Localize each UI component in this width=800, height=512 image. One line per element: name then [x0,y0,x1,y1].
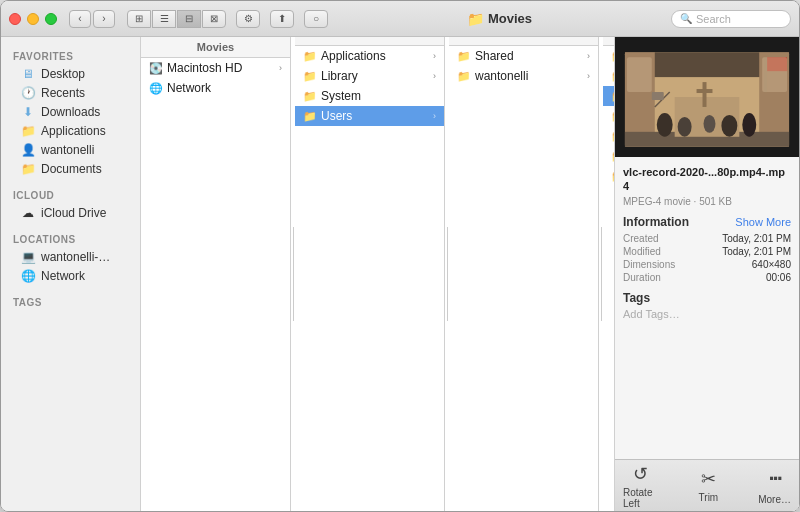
info-row-created: Created Today, 2:01 PM [623,233,791,244]
share-button[interactable]: ⬆ [270,10,294,28]
folder-icon: 📁 [457,69,471,83]
sidebar-item-label: Applications [41,124,124,138]
show-more-button[interactable]: Show More [735,216,791,228]
sidebar-item-icloud[interactable]: ☁ iCloud Drive [5,204,136,222]
title-folder-icon: 📁 [467,11,484,27]
column-4: 📁 Applications › 📁 Downloads › 📁 Movies … [603,37,614,511]
add-tags-input[interactable]: Add Tags… [623,308,791,320]
column-3: 📁 Shared › 📁 wantonelli › [449,37,599,511]
rotate-left-button[interactable]: ↺ Rotate Left [615,459,667,512]
computer-icon: 💻 [21,250,35,264]
finder-item-applications2[interactable]: 📁 Applications › [603,46,614,66]
finder-item-downloads2[interactable]: 📁 Downloads › [603,66,614,86]
col1-header: Movies [141,37,290,58]
finder-item-movies-folder[interactable]: 📁 Movies › [603,86,614,106]
finder-item-system[interactable]: 📁 System [295,86,444,106]
view-icons-button[interactable]: ⊞ [127,10,151,28]
sidebar-item-wantonelli[interactable]: 👤 wantonelli [5,141,136,159]
folder-icon: 📁 [303,49,317,63]
item-label: Macintosh HD [167,61,275,75]
rotate-left-label: Rotate Left [623,487,659,509]
created-value: Today, 2:01 PM [722,233,791,244]
view-list-button[interactable]: ☰ [152,10,176,28]
network-item-icon: 🌐 [149,81,163,95]
sidebar-item-label: Desktop [41,67,124,81]
back-button[interactable]: ‹ [69,10,91,28]
resize-handle-3[interactable] [599,37,603,511]
finder-item-applications[interactable]: 📁 Applications › [295,46,444,66]
close-button[interactable] [9,13,21,25]
action-button[interactable]: ⚙ [236,10,260,28]
finder-item-network[interactable]: 🌐 Network [141,78,290,98]
folder-icon: 📁 [457,49,471,63]
finder-item-users[interactable]: 📁 Users › [295,106,444,126]
finder-item-shared[interactable]: 📁 Shared › [449,46,598,66]
column-2: 📁 Applications › 📁 Library › 📁 System 📁 … [295,37,445,511]
sidebar-favorites-header: Favorites [1,45,140,64]
preview-filename: vlc-record-2020-...80p.mp4-.mp4 [623,165,791,194]
file-type: MPEG-4 movie [623,196,691,207]
item-label: Network [167,81,282,95]
search-box[interactable]: 🔍 Search [671,10,791,28]
sidebar-item-label: wantonelli [41,143,124,157]
col2-header [295,37,444,46]
trim-button[interactable]: ✂ Trim [691,464,727,507]
finder-item-pictures[interactable]: 📁 Pictures › [603,126,614,146]
resize-handle-2[interactable] [445,37,449,511]
dimensions-value: 640×480 [752,259,791,270]
sidebar-item-label: wantonelli-… [41,250,124,264]
rotate-left-icon: ↺ [633,463,648,485]
minimize-button[interactable] [27,13,39,25]
view-gallery-button[interactable]: ⊠ [202,10,226,28]
sidebar-item-recents[interactable]: 🕐 Recents [5,84,136,102]
titlebar: ‹ › ⊞ ☰ ⊟ ⊠ ⚙ ⬆ ○ 📁 Movies 🔍 Search [1,1,799,37]
duration-value: 00:06 [766,272,791,283]
info-row-modified: Modified Today, 2:01 PM [623,246,791,257]
chevron-right-icon: › [587,71,590,81]
sidebar-item-label: Documents [41,162,124,176]
folder-icon: 📁 [303,89,317,103]
finder-columns: Movies 💽 Macintosh HD › 🌐 Network 📁 Appl… [141,37,614,511]
info-row-dimensions: Dimensions 640×480 [623,259,791,270]
search-placeholder: Search [696,13,731,25]
chevron-right-icon: › [279,63,282,73]
resize-handle-1[interactable] [291,37,295,511]
preview-info: vlc-record-2020-...80p.mp4-.mp4 MPEG-4 m… [615,157,799,459]
sidebar-tags-header: Tags [1,291,140,310]
maximize-button[interactable] [45,13,57,25]
sidebar-item-downloads[interactable]: ⬇ Downloads [5,103,136,121]
applications-icon: 📁 [21,124,35,138]
finder-item-public[interactable]: 📁 Public › [603,146,614,166]
dimensions-label: Dimensions [623,259,675,270]
view-columns-button[interactable]: ⊟ [177,10,201,28]
created-label: Created [623,233,659,244]
icloud-icon: ☁ [21,206,35,220]
preview-meta: MPEG-4 movie · 501 KB [623,196,791,207]
sidebar-item-applications[interactable]: 📁 Applications [5,122,136,140]
sidebar-item-wantonelli-location[interactable]: 💻 wantonelli-… [5,248,136,266]
finder-item-library[interactable]: 📁 Library › [295,66,444,86]
sidebar-item-desktop[interactable]: 🖥 Desktop [5,65,136,83]
window-title: 📁 Movies [336,11,663,27]
finder-item-void[interactable]: 📁 void [603,166,614,186]
recents-icon: 🕐 [21,86,35,100]
info-header: Information Show More [623,215,791,229]
sidebar-icloud-header: iCloud [1,184,140,203]
col3-header [449,37,598,46]
sidebar-item-network[interactable]: 🌐 Network [5,267,136,285]
forward-button[interactable]: › [93,10,115,28]
documents-icon: 📁 [21,162,35,176]
finder-item-wantonelli[interactable]: 📁 wantonelli › [449,66,598,86]
item-label: Applications [321,49,429,63]
more-button[interactable]: ··· More… [750,462,799,509]
finder-item-music[interactable]: 📁 Music › [603,106,614,126]
desktop-icon: 🖥 [21,67,35,81]
tags-button[interactable]: ○ [304,10,328,28]
nav-buttons: ‹ › [69,10,115,28]
finder-item-macintosh-hd[interactable]: 💽 Macintosh HD › [141,58,290,78]
tags-section: Tags Add Tags… [623,291,791,320]
view-controls: ⊞ ☰ ⊟ ⊠ [127,10,226,28]
search-icon: 🔍 [680,13,692,24]
sidebar-locations-header: Locations [1,228,140,247]
sidebar-item-documents[interactable]: 📁 Documents [5,160,136,178]
